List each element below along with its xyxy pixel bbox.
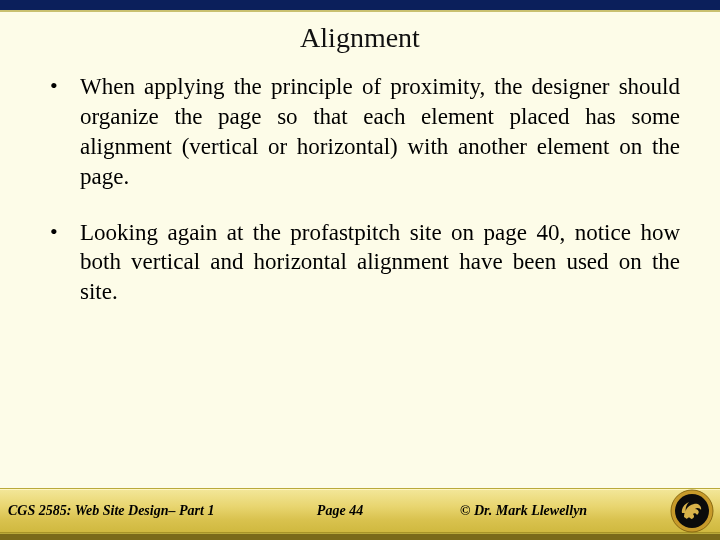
bullet-item: When applying the principle of proximity… <box>40 72 680 192</box>
footer-bar: CGS 2585: Web Site Design– Part 1 Page 4… <box>0 488 720 534</box>
slide: Alignment When applying the principle of… <box>0 0 720 540</box>
slide-title: Alignment <box>0 12 720 72</box>
slide-body: When applying the principle of proximity… <box>0 72 720 488</box>
ucf-pegasus-logo-icon <box>670 489 714 533</box>
footer-course: CGS 2585: Web Site Design– Part 1 <box>0 503 250 519</box>
footer-page: Page 44 <box>250 503 430 519</box>
bullet-item: Looking again at the profastpitch site o… <box>40 218 680 308</box>
bullet-list: When applying the principle of proximity… <box>40 72 680 307</box>
top-accent-bar <box>0 0 720 12</box>
bottom-edge <box>0 534 720 540</box>
